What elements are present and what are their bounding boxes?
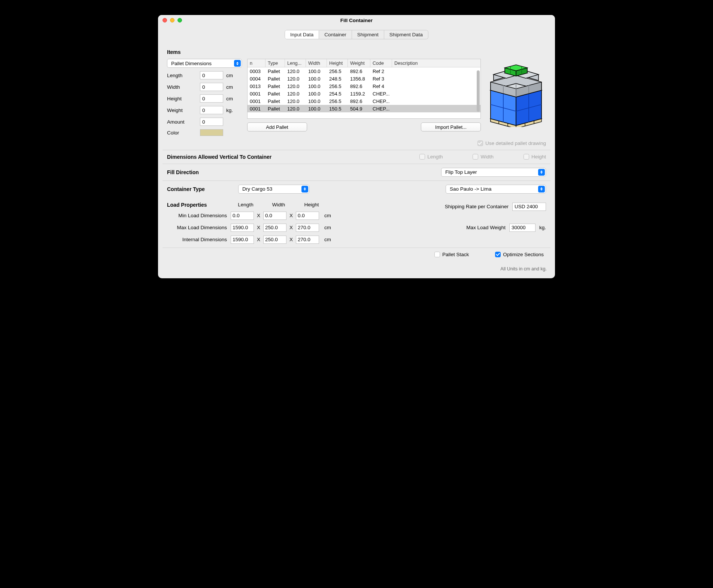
width-input[interactable] [200, 83, 223, 91]
pallet-mode-select[interactable]: Pallet Dimensions [167, 59, 242, 68]
tab-shipment[interactable]: Shipment [352, 30, 384, 39]
tab-container[interactable]: Container [319, 30, 352, 39]
min-length-input[interactable] [231, 212, 254, 220]
load-properties-label: Load Properties [167, 202, 231, 208]
container-type-row: Container Type Dry Cargo 53 Sao Paulo ->… [167, 185, 546, 194]
th-type[interactable]: Type [266, 59, 285, 67]
int-width-input[interactable] [263, 236, 286, 244]
table-row[interactable]: 0001Pallet120.0100.0256.5892.6CHEP... [248, 97, 480, 105]
th-code[interactable]: Code [370, 59, 392, 67]
route-value: Sao Paulo -> Lima [450, 186, 491, 192]
th-weight[interactable]: Weight [348, 59, 370, 67]
dimensions-allowed-title: Dimensions Allowed Vertical To Container [167, 154, 271, 160]
table-cell: 1356.8 [348, 76, 370, 82]
pallet-mode-value: Pallet Dimensions [171, 61, 212, 66]
hdr-width: Width [265, 202, 292, 207]
chevron-updown-icon [301, 186, 308, 193]
th-height[interactable]: Height [327, 59, 348, 67]
height-unit: cm [226, 96, 233, 101]
fill-direction-title: Fill Direction [167, 169, 199, 175]
table-cell: Pallet [266, 76, 285, 82]
pallet-icon [486, 60, 546, 127]
table-row[interactable]: 0001Pallet120.0100.0150.5504.9CHEP... [248, 105, 480, 112]
table-cell: Pallet [266, 91, 285, 97]
weight-label: Weight [167, 107, 197, 113]
tabbar: Input Data Container Shipment Shipment D… [163, 30, 550, 39]
allow-height-checkbox [524, 154, 529, 160]
min-unit: cm [324, 213, 331, 218]
route-select[interactable]: Sao Paulo -> Lima [446, 185, 546, 194]
add-pallet-button[interactable]: Add Pallet [247, 122, 307, 131]
table-cell: 0001 [248, 106, 266, 112]
container-type-value: Dry Cargo 53 [242, 186, 272, 192]
table-cell: 120.0 [285, 84, 306, 89]
max-height-input[interactable] [296, 224, 319, 232]
table-cell: 100.0 [306, 69, 327, 74]
window: Fill Container Input Data Container Ship… [158, 15, 555, 278]
table-cell: 0003 [248, 69, 266, 74]
int-length-input[interactable] [231, 236, 254, 244]
maxw-input[interactable] [509, 224, 535, 232]
length-label: Length [167, 73, 197, 78]
th-width[interactable]: Width [306, 59, 327, 67]
int-unit: cm [324, 237, 331, 242]
max-width-input[interactable] [263, 224, 286, 232]
pallet-stack-label: Pallet Stack [442, 252, 469, 257]
detailed-wrap: Use detailed pallet drawing [167, 140, 546, 146]
min-width-input[interactable] [263, 212, 286, 220]
hdr-length: Length [232, 202, 259, 207]
length-input[interactable] [200, 71, 223, 79]
table-cell: 256.5 [327, 98, 348, 104]
import-pallet-button[interactable]: Import Pallet... [421, 122, 481, 131]
fill-direction-select[interactable]: Flip Top Layer [441, 168, 546, 177]
detailed-pallet-label: Use detailed pallet drawing [485, 140, 546, 146]
fill-direction-value: Flip Top Layer [445, 169, 477, 175]
table-cell: Pallet [266, 98, 285, 104]
items-table-wrap: n Type Leng... Width Height Weight Code … [247, 59, 481, 131]
table-row[interactable]: 0004Pallet120.0100.0248.51356.8Ref 3 [248, 75, 480, 82]
int-load-label: Internal Dimensions [167, 237, 231, 242]
amount-label: Amount [167, 119, 197, 125]
tab-input-data[interactable]: Input Data [285, 30, 319, 39]
table-cell: 100.0 [306, 98, 327, 104]
titlebar: Fill Container [158, 15, 555, 25]
table-cell: 150.5 [327, 106, 348, 112]
window-title: Fill Container [158, 18, 555, 23]
table-row[interactable]: 0013Pallet120.0100.0256.5892.6Ref 4 [248, 82, 480, 90]
allow-width-checkbox [473, 154, 478, 160]
table-cell: 892.6 [348, 84, 370, 89]
weight-input[interactable] [200, 106, 223, 114]
th-length[interactable]: Leng... [285, 59, 306, 67]
table-row[interactable]: 0001Pallet120.0100.0254.51159.2CHEP... [248, 90, 480, 97]
footer-note: All Units in cm and kg. [163, 266, 550, 272]
table-cell: 254.5 [327, 91, 348, 97]
table-cell: 120.0 [285, 106, 306, 112]
table-cell: 100.0 [306, 84, 327, 89]
max-length-input[interactable] [231, 224, 254, 232]
table-cell: 0013 [248, 84, 266, 89]
items-table[interactable]: n Type Leng... Width Height Weight Code … [247, 59, 481, 119]
table-cell: Pallet [266, 69, 285, 74]
amount-input[interactable] [200, 118, 223, 126]
th-desc[interactable]: Description [392, 59, 480, 67]
table-cell: 892.6 [348, 98, 370, 104]
table-cell: 120.0 [285, 76, 306, 82]
tab-shipment-data[interactable]: Shipment Data [384, 30, 428, 39]
color-swatch[interactable] [200, 129, 223, 136]
container-type-select[interactable]: Dry Cargo 53 [238, 185, 309, 194]
pallet-stack-checkbox[interactable] [434, 252, 440, 257]
optimize-sections-checkbox[interactable] [495, 252, 501, 257]
int-height-input[interactable] [296, 236, 319, 244]
th-n[interactable]: n [248, 59, 266, 67]
chevron-updown-icon [538, 169, 545, 176]
table-cell: Pallet [266, 106, 285, 112]
height-input[interactable] [200, 94, 223, 103]
rate-input[interactable] [512, 203, 546, 211]
length-unit: cm [226, 73, 233, 78]
table-cell: 504.9 [348, 106, 370, 112]
table-buttons: Add Pallet Import Pallet... [247, 122, 481, 131]
scrollbar[interactable] [477, 70, 480, 112]
chevron-updown-icon [538, 186, 545, 193]
min-height-input[interactable] [296, 212, 319, 220]
table-row[interactable]: 0003Pallet120.0100.0256.5892.6Ref 2 [248, 67, 480, 75]
